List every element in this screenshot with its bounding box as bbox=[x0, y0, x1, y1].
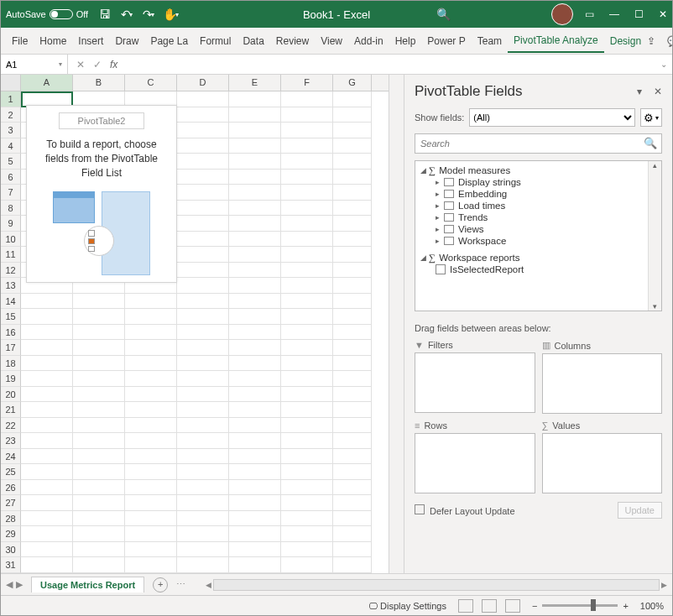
cell[interactable] bbox=[125, 294, 177, 310]
cell[interactable] bbox=[21, 402, 73, 418]
cell[interactable] bbox=[281, 526, 333, 542]
cell[interactable] bbox=[333, 402, 372, 418]
cell[interactable] bbox=[281, 294, 333, 310]
row-header[interactable]: 3 bbox=[1, 123, 21, 138]
cell[interactable] bbox=[125, 511, 177, 527]
cell[interactable] bbox=[21, 433, 73, 449]
row-header[interactable]: 10 bbox=[1, 232, 21, 248]
cell[interactable] bbox=[73, 418, 125, 434]
cell[interactable] bbox=[333, 154, 372, 170]
row-header[interactable]: 11 bbox=[1, 247, 21, 263]
cell[interactable] bbox=[333, 91, 372, 107]
cell[interactable] bbox=[333, 526, 372, 542]
vertical-scrollbar[interactable] bbox=[389, 75, 404, 573]
maximize-icon[interactable]: ☐ bbox=[634, 8, 644, 20]
cell[interactable] bbox=[333, 107, 372, 123]
cell[interactable] bbox=[333, 278, 372, 294]
cell[interactable] bbox=[281, 542, 333, 558]
cell[interactable] bbox=[21, 542, 73, 558]
minimize-icon[interactable]: — bbox=[609, 8, 619, 20]
tree-item-workspace[interactable]: ▸Workspace bbox=[417, 235, 660, 247]
cell[interactable] bbox=[125, 542, 177, 558]
cell[interactable] bbox=[21, 526, 73, 542]
cell[interactable] bbox=[281, 356, 333, 372]
tree-group-workspace-reports[interactable]: ◢∑Workspace reports bbox=[417, 252, 660, 264]
tab-page-layout[interactable]: Page La bbox=[144, 30, 194, 52]
cell[interactable] bbox=[73, 526, 125, 542]
tab-team[interactable]: Team bbox=[472, 30, 508, 52]
row-header[interactable]: 22 bbox=[1, 418, 21, 434]
gear-icon[interactable]: ⚙▾ bbox=[640, 108, 662, 127]
ribbon-display-icon[interactable]: ▭ bbox=[585, 8, 594, 20]
cell[interactable] bbox=[177, 201, 229, 217]
cell[interactable] bbox=[229, 356, 281, 372]
cell[interactable] bbox=[333, 557, 372, 573]
cell[interactable] bbox=[281, 232, 333, 248]
zoom-out-icon[interactable]: − bbox=[532, 601, 537, 611]
cell[interactable] bbox=[73, 449, 125, 465]
show-fields-dropdown[interactable]: (All) bbox=[469, 108, 635, 127]
row-header[interactable]: 8 bbox=[1, 201, 21, 217]
column-header-g[interactable]: G bbox=[333, 75, 372, 91]
cell[interactable] bbox=[177, 356, 229, 372]
cell[interactable] bbox=[73, 294, 125, 310]
cell[interactable] bbox=[73, 557, 125, 573]
cell[interactable] bbox=[281, 464, 333, 480]
row-header[interactable]: 29 bbox=[1, 526, 21, 542]
tab-review[interactable]: Review bbox=[270, 30, 315, 52]
cell[interactable] bbox=[177, 232, 229, 248]
cell[interactable] bbox=[333, 138, 372, 154]
cell[interactable] bbox=[229, 309, 281, 325]
row-header[interactable]: 30 bbox=[1, 542, 21, 558]
cell[interactable] bbox=[73, 402, 125, 418]
cell[interactable] bbox=[281, 325, 333, 341]
cell[interactable] bbox=[177, 402, 229, 418]
cell[interactable] bbox=[21, 387, 73, 403]
cell[interactable] bbox=[281, 201, 333, 217]
search-icon[interactable]: 🔍 bbox=[436, 8, 451, 21]
filters-drop-area[interactable] bbox=[415, 352, 535, 413]
tree-item-embedding[interactable]: ▸Embedding bbox=[417, 188, 660, 200]
cell[interactable] bbox=[229, 418, 281, 434]
cell[interactable] bbox=[73, 325, 125, 341]
cell[interactable] bbox=[281, 480, 333, 496]
cell[interactable] bbox=[333, 216, 372, 232]
tree-item-isselectedreport[interactable]: IsSelectedReport bbox=[417, 264, 660, 275]
row-header[interactable]: 17 bbox=[1, 340, 21, 356]
cell[interactable] bbox=[281, 138, 333, 154]
cell[interactable] bbox=[125, 495, 177, 511]
touch-mode-icon[interactable]: ✋▾ bbox=[164, 8, 177, 21]
enter-entry-icon[interactable]: ✓ bbox=[93, 59, 102, 70]
user-avatar[interactable] bbox=[551, 3, 573, 25]
cell[interactable] bbox=[229, 387, 281, 403]
cell[interactable] bbox=[229, 557, 281, 573]
zoom-slider[interactable]: − + bbox=[532, 601, 629, 611]
cell[interactable] bbox=[21, 340, 73, 356]
cell[interactable] bbox=[125, 480, 177, 496]
cell[interactable] bbox=[281, 511, 333, 527]
cell[interactable] bbox=[333, 371, 372, 387]
cell[interactable] bbox=[21, 356, 73, 372]
cell[interactable] bbox=[73, 464, 125, 480]
row-header[interactable]: 2 bbox=[1, 107, 21, 123]
row-header[interactable]: 26 bbox=[1, 480, 21, 496]
cell[interactable] bbox=[333, 340, 372, 356]
cell[interactable] bbox=[21, 309, 73, 325]
row-header[interactable]: 7 bbox=[1, 185, 21, 201]
cell[interactable] bbox=[333, 387, 372, 403]
columns-drop-area[interactable] bbox=[542, 353, 663, 414]
tree-item-views[interactable]: ▸Views bbox=[417, 223, 660, 235]
cell[interactable] bbox=[125, 418, 177, 434]
cell[interactable] bbox=[73, 309, 125, 325]
cell[interactable] bbox=[177, 433, 229, 449]
zoom-level[interactable]: 100% bbox=[640, 601, 664, 611]
cell[interactable] bbox=[177, 480, 229, 496]
column-header-d[interactable]: D bbox=[177, 75, 229, 91]
cell[interactable] bbox=[177, 526, 229, 542]
update-button[interactable]: Update bbox=[618, 502, 662, 519]
column-header-a[interactable]: A bbox=[21, 75, 73, 91]
cell[interactable] bbox=[281, 278, 333, 294]
cell[interactable] bbox=[21, 325, 73, 341]
cell[interactable] bbox=[21, 371, 73, 387]
cell[interactable] bbox=[281, 340, 333, 356]
